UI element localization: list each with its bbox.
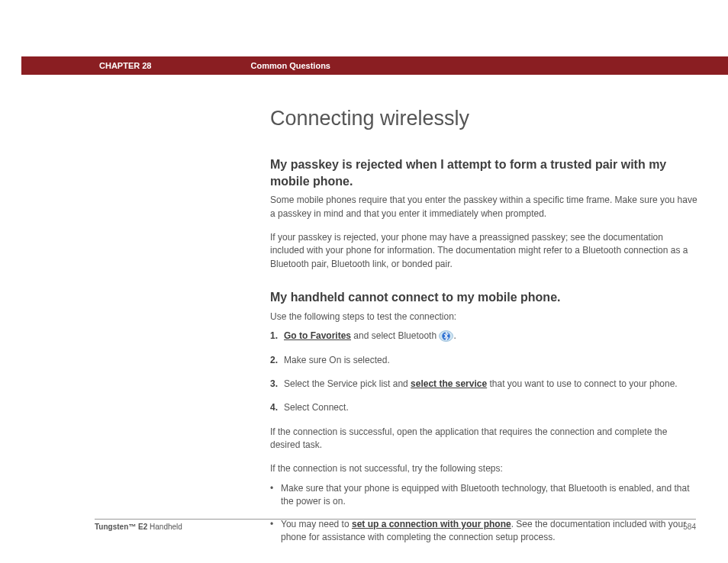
page: CHAPTER 28 Common Questions Connecting w… — [0, 0, 728, 563]
steps-list: Go to Favorites and select Bluetooth . M… — [270, 330, 697, 415]
section-label: Common Questions — [250, 61, 330, 70]
after-success: If the connection is successful, open th… — [270, 426, 697, 452]
question-1-paragraph-1: Some mobile phones require that you ente… — [270, 194, 697, 220]
step-3-post: that you want to use to connect to your … — [487, 378, 678, 389]
step-3-pre: Select the Service pick list and — [284, 378, 411, 389]
product-name: Tungsten™ E2 Handheld — [95, 523, 182, 531]
step-2: Make sure On is selected. — [270, 354, 697, 367]
product-name-bold: Tungsten™ E2 — [95, 523, 147, 531]
page-number: 584 — [683, 523, 696, 531]
chapter-header-bar: CHAPTER 28 Common Questions — [0, 56, 728, 75]
product-name-rest: Handheld — [147, 523, 182, 531]
question-2-heading: My handheld cannot connect to my mobile … — [270, 289, 697, 306]
step-1-text: and select Bluetooth — [351, 330, 439, 341]
step-4: Select Connect. — [270, 401, 697, 414]
chapter-label: CHAPTER 28 — [99, 61, 151, 70]
go-to-favorites-link[interactable]: Go to Favorites — [284, 330, 351, 341]
page-footer: Tungsten™ E2 Handheld 584 — [95, 519, 696, 531]
header-left-gap — [0, 56, 21, 75]
main-content: Connecting wirelessly My passkey is reje… — [270, 107, 697, 553]
page-title: Connecting wirelessly — [270, 107, 697, 130]
question-1-heading: My passkey is rejected when I attempt to… — [270, 156, 697, 189]
question-1-paragraph-2: If your passkey is rejected, your phone … — [270, 231, 697, 271]
bluetooth-icon — [439, 330, 453, 342]
step-1: Go to Favorites and select Bluetooth . — [270, 330, 697, 343]
troubleshoot-list: Make sure that your phone is equipped wi… — [270, 482, 697, 545]
bullet-1: Make sure that your phone is equipped wi… — [270, 482, 697, 509]
question-2-intro: Use the following steps to test the conn… — [270, 310, 697, 323]
select-the-service-link[interactable]: select the service — [411, 378, 487, 389]
step-1-period: . — [453, 330, 456, 341]
after-fail-intro: If the connection is not successful, try… — [270, 462, 697, 475]
step-3: Select the Service pick list and select … — [270, 378, 697, 391]
